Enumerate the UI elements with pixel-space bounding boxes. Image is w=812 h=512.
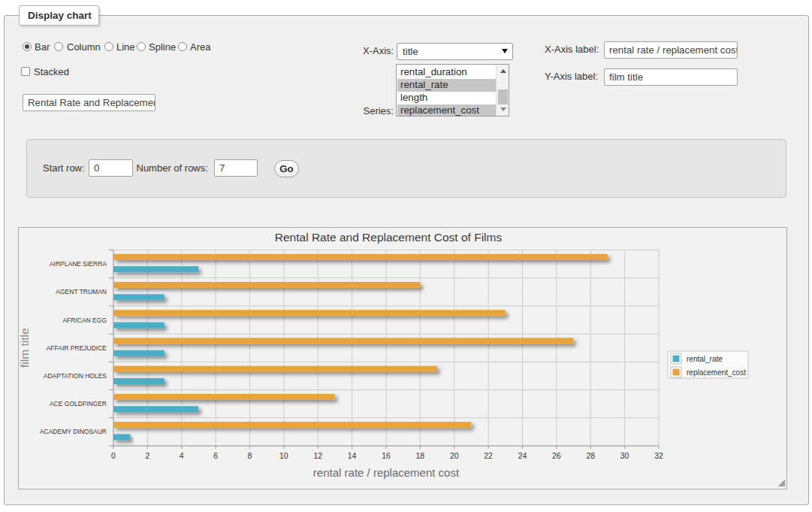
svg-text:Rental Rate and Replacement Co: Rental Rate and Replacement Cost of Film… — [275, 231, 503, 244]
svg-text:4: 4 — [180, 451, 184, 460]
svg-text:6: 6 — [213, 451, 218, 460]
svg-text:AGENT TRUMAN: AGENT TRUMAN — [56, 288, 107, 295]
svg-text:AFRICAN EGG: AFRICAN EGG — [62, 317, 107, 324]
svg-text:32: 32 — [654, 451, 663, 460]
svg-text:22: 22 — [484, 451, 493, 460]
svg-text:0: 0 — [111, 451, 116, 460]
svg-text:26: 26 — [552, 451, 561, 460]
svg-text:AIRPLANE SIERRA: AIRPLANE SIERRA — [50, 260, 107, 268]
svg-text:2: 2 — [145, 451, 149, 460]
svg-text:rental rate / replacement cost: rental rate / replacement cost — [313, 466, 460, 479]
svg-text:10: 10 — [279, 451, 288, 460]
svg-text:8: 8 — [248, 451, 252, 460]
svg-text:30: 30 — [620, 451, 629, 460]
svg-text:film title: film title — [19, 328, 31, 368]
svg-text:14: 14 — [348, 451, 357, 460]
svg-text:ADAPTATION HOLES: ADAPTATION HOLES — [44, 372, 107, 380]
svg-text:20: 20 — [450, 451, 459, 460]
svg-text:28: 28 — [586, 451, 595, 460]
svg-text:24: 24 — [518, 451, 527, 460]
svg-text:16: 16 — [382, 451, 391, 460]
svg-text:12: 12 — [313, 451, 322, 460]
svg-text:replacement_cost: replacement_cost — [687, 368, 746, 377]
svg-text:ACADEMY DINOSAUR: ACADEMY DINOSAUR — [40, 428, 107, 435]
svg-text:AFFAIR PREJUDICE: AFFAIR PREJUDICE — [47, 344, 107, 352]
svg-text:18: 18 — [416, 451, 425, 460]
svg-text:rental_rate: rental_rate — [687, 355, 723, 363]
svg-text:ACE GOLDFINGER: ACE GOLDFINGER — [50, 400, 107, 407]
